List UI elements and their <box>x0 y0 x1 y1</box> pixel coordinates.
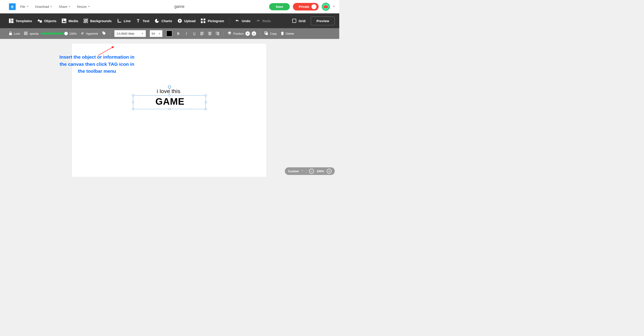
tag-button[interactable] <box>102 31 106 36</box>
app-logo[interactable]: e <box>9 3 16 10</box>
tool-line[interactable]: Line <box>117 18 131 23</box>
menu-share[interactable]: Share <box>59 5 70 8</box>
svg-point-7 <box>63 19 64 20</box>
tool-templates[interactable]: Templates <box>9 18 32 23</box>
menu-file[interactable]: File <box>20 5 28 8</box>
tag-icon <box>102 31 106 36</box>
layers-icon <box>228 31 232 36</box>
resize-handle-mt[interactable] <box>168 94 170 96</box>
charts-icon <box>155 18 159 23</box>
font-size-select[interactable]: 54▼ <box>150 30 162 37</box>
align-left-button[interactable] <box>200 32 204 35</box>
rotate-handle[interactable] <box>168 85 171 89</box>
resize-handle-tl[interactable] <box>132 94 134 96</box>
pictogram-icon <box>201 18 205 23</box>
caret-down-icon <box>88 6 90 7</box>
menu-resize[interactable]: Resize <box>77 5 90 8</box>
opacity-icon <box>24 31 28 36</box>
underline-button[interactable]: U <box>192 32 196 35</box>
separator <box>110 31 110 36</box>
tool-label: Media <box>68 19 78 23</box>
hyperlink-label: Hyperlink <box>86 32 98 35</box>
chevron-up-icon[interactable]: ⌃ <box>302 170 304 172</box>
resize-handle-ml[interactable] <box>132 101 134 103</box>
selection-border <box>133 95 206 109</box>
move-down-button[interactable]: ▼ <box>246 31 250 36</box>
svg-rect-17 <box>204 18 205 20</box>
opacity-control[interactable]: opacity 100% <box>24 31 76 36</box>
tool-media[interactable]: Media <box>62 18 78 23</box>
copy-icon <box>264 31 268 36</box>
private-toggle[interactable]: Private <box>293 3 319 10</box>
tool-upload[interactable]: Upload <box>178 18 196 23</box>
zoom-in-button[interactable]: + <box>327 169 332 174</box>
delete-button[interactable]: Delete <box>281 31 294 36</box>
tool-label: Line <box>124 19 131 23</box>
save-button[interactable]: Save <box>269 3 290 10</box>
caret-down-icon <box>27 6 28 7</box>
grid-toggle[interactable]: Grid <box>292 19 306 23</box>
resize-handle-tr[interactable] <box>205 94 207 96</box>
svg-marker-28 <box>228 33 231 35</box>
separator <box>306 169 306 173</box>
tool-backgrounds[interactable]: Backgrounds <box>84 18 112 23</box>
help-annotation: Insert the object or information in the … <box>59 53 135 75</box>
move-up-button[interactable]: ▲ <box>252 31 256 36</box>
backgrounds-icon <box>84 18 88 23</box>
svg-rect-31 <box>281 32 284 33</box>
caret-down-icon <box>50 6 52 7</box>
resize-handle-mb[interactable] <box>168 108 170 110</box>
zoom-out-button[interactable]: − <box>309 169 314 174</box>
upload-icon <box>178 18 182 23</box>
format-toolbar: Lock opacity 100% Hyperlink CA BND Web▼ … <box>0 28 339 39</box>
link-icon <box>80 31 84 36</box>
position-label: Position <box>233 32 244 35</box>
opacity-slider[interactable] <box>40 33 68 34</box>
tool-charts[interactable]: Charts <box>155 18 172 23</box>
trash-icon <box>281 31 284 36</box>
menu-download[interactable]: Download <box>35 5 52 8</box>
bold-button[interactable]: B <box>176 32 180 35</box>
grid-label: Grid <box>298 19 306 23</box>
italic-button[interactable]: I <box>184 32 188 35</box>
svg-rect-1 <box>11 18 14 20</box>
redo-button[interactable]: Redo <box>256 18 271 23</box>
undo-button[interactable]: Undo <box>235 18 250 23</box>
svg-line-12 <box>87 22 88 23</box>
resize-handle-mr[interactable] <box>205 101 207 103</box>
align-center-button[interactable] <box>208 32 212 35</box>
canvas-text-line1[interactable]: i love this <box>157 88 180 94</box>
avatar-menu-caret-icon[interactable] <box>333 6 335 7</box>
svg-rect-30 <box>266 33 268 35</box>
document-title-input[interactable] <box>157 4 202 9</box>
undo-label: Undo <box>242 19 250 23</box>
zoom-custom-label[interactable]: Custom <box>288 170 299 173</box>
position-control[interactable]: Position ▼ ▲ <box>228 31 256 36</box>
copy-button[interactable]: Copy <box>264 31 276 36</box>
tool-text[interactable]: TText <box>136 18 149 23</box>
resize-handle-br[interactable] <box>205 108 207 110</box>
lock-button[interactable]: Lock <box>9 31 20 36</box>
tool-label: Pictogram <box>208 19 224 23</box>
user-avatar[interactable] <box>322 3 330 11</box>
text-color-picker[interactable] <box>166 31 172 36</box>
tool-label: Text <box>143 19 149 23</box>
svg-text:T: T <box>137 18 140 23</box>
tool-objects[interactable]: Objects <box>38 18 56 23</box>
caret-down-icon: ▼ <box>141 32 144 35</box>
toggle-knob <box>312 4 316 9</box>
workspace: Insert the object or information in the … <box>0 39 339 177</box>
hyperlink-button[interactable]: Hyperlink <box>80 31 98 36</box>
templates-icon <box>9 18 14 23</box>
preview-button[interactable]: Preview <box>311 16 335 25</box>
tool-pictogram[interactable]: Pictogram <box>201 18 224 23</box>
grid-checkbox <box>292 19 296 23</box>
selection-box[interactable] <box>133 95 206 109</box>
toolbar-separator <box>230 18 230 24</box>
svg-line-21 <box>24 31 25 32</box>
resize-handle-bl[interactable] <box>132 108 134 110</box>
font-family-select[interactable]: CA BND Web▼ <box>114 30 146 37</box>
svg-rect-32 <box>282 31 283 32</box>
align-right-button[interactable] <box>216 32 219 35</box>
menu-file-label: File <box>20 5 25 8</box>
